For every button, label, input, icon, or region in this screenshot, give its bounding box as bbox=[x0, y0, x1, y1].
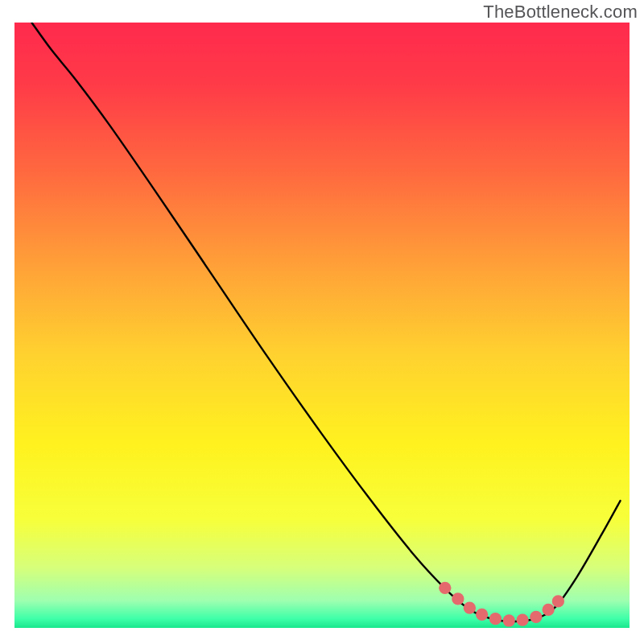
marker-dot bbox=[439, 582, 451, 594]
marker-dot bbox=[452, 592, 464, 605]
marker-dot bbox=[489, 613, 502, 625]
marker-dot bbox=[530, 611, 542, 623]
marker-dot bbox=[552, 595, 564, 607]
marker-dot bbox=[516, 614, 528, 626]
chart-svg bbox=[14, 23, 630, 628]
marker-dot bbox=[476, 609, 488, 621]
gradient-background bbox=[14, 23, 630, 628]
chart-plot-area bbox=[14, 23, 630, 628]
chart-stage: TheBottleneck.com bbox=[0, 0, 644, 644]
watermark-text: TheBottleneck.com bbox=[483, 2, 638, 23]
marker-dot bbox=[503, 614, 515, 626]
marker-dot bbox=[464, 602, 476, 614]
marker-dot bbox=[543, 604, 555, 616]
